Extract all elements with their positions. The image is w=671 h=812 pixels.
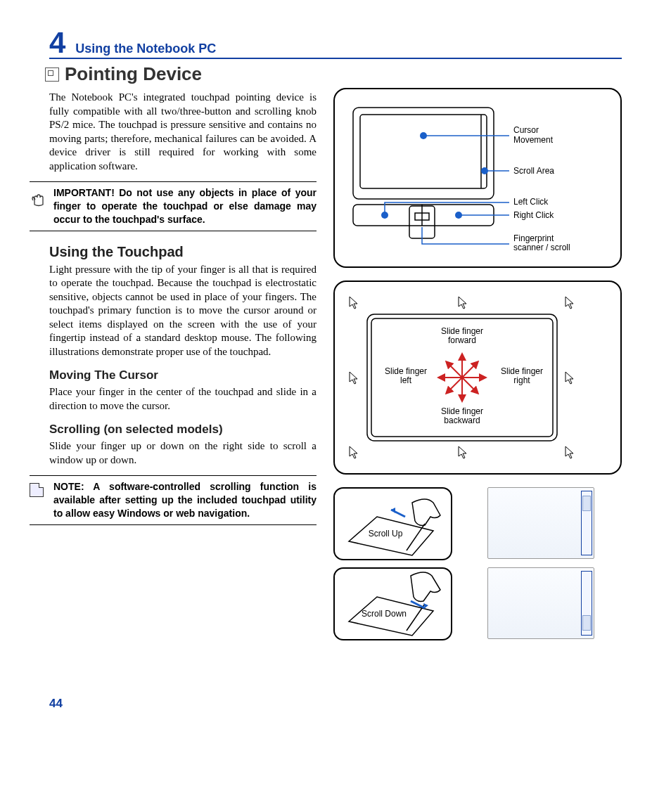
svg-text:Movement: Movement	[513, 135, 554, 145]
svg-text:forward: forward	[448, 335, 476, 345]
svg-line-26	[462, 363, 476, 378]
scrolling-paragraph: Slide your finger up or down on the righ…	[49, 439, 317, 467]
scrolling-heading: Scrolling (on selected models)	[49, 423, 317, 437]
scroll-up-touchpad: Scroll Up	[333, 487, 452, 560]
svg-line-37	[407, 524, 425, 550]
chapter-title: Using the Notebook PC	[75, 41, 216, 56]
scroll-up-window	[487, 487, 594, 559]
svg-line-25	[448, 363, 462, 378]
svg-text:Slide finger: Slide finger	[441, 406, 483, 416]
svg-line-27	[448, 378, 462, 392]
scroll-down-window	[487, 567, 594, 639]
label-scroll-up: Scroll Up	[369, 529, 403, 539]
svg-text:backward: backward	[444, 415, 480, 425]
cursor-direction-diagram: Slide finger forward Slide finger forwar…	[333, 281, 622, 475]
cursor-icon	[350, 297, 357, 309]
svg-line-28	[462, 378, 476, 392]
label-scroll-down: Scroll Down	[362, 609, 407, 619]
page-number: 44	[49, 697, 622, 711]
scroll-down-touchpad: Scroll Down	[333, 567, 452, 640]
intro-paragraph: The Notebook PC's integrated touchpad po…	[49, 91, 317, 173]
label-right-click: Right Click	[513, 210, 554, 220]
svg-text:right: right	[513, 375, 530, 385]
note-callout: NOTE: A software-controlled scrolling fu…	[30, 475, 317, 525]
label-cursor-movement-1: Cursor	[513, 125, 539, 135]
note-text: NOTE: A software-controlled scrolling fu…	[53, 480, 317, 520]
svg-text:scanner / scroll: scanner / scroll	[513, 243, 570, 252]
svg-text:Slide finger: Slide finger	[385, 366, 427, 376]
touchpad-icon	[45, 67, 59, 82]
svg-text:left: left	[400, 375, 412, 385]
svg-rect-1	[360, 115, 487, 188]
important-text: IMPORTANT! Do not use any objects in pla…	[53, 186, 317, 226]
note-icon	[30, 483, 44, 497]
section-title-text: Pointing Device	[65, 63, 202, 85]
using-touchpad-paragraph: Light pressure with the tip of your fing…	[49, 263, 317, 359]
moving-cursor-paragraph: Place your finger in the center of the t…	[49, 385, 317, 413]
svg-rect-0	[353, 108, 494, 199]
touchpad-anatomy-diagram: Cursor Cursor Movement Movement Scroll A…	[333, 88, 622, 268]
svg-text:Slide finger: Slide finger	[501, 366, 543, 376]
label-left-click: Left Click	[513, 197, 549, 207]
chapter-header: 4 Using the Notebook PC	[49, 28, 622, 59]
using-touchpad-heading: Using the Touchpad	[49, 244, 317, 260]
svg-text:Fingerprint: Fingerprint	[513, 233, 554, 243]
scroll-diagrams: Scroll Up Scroll Down	[333, 487, 622, 640]
hand-stop-icon	[30, 189, 46, 207]
label-scroll-area: Scroll Area	[513, 166, 554, 176]
chapter-number: 4	[49, 28, 65, 58]
important-callout: IMPORTANT! Do not use any objects in pla…	[30, 181, 317, 231]
section-heading: Pointing Device	[45, 63, 622, 85]
svg-text:Slide finger: Slide finger	[441, 326, 483, 336]
moving-cursor-heading: Moving The Cursor	[49, 368, 317, 382]
